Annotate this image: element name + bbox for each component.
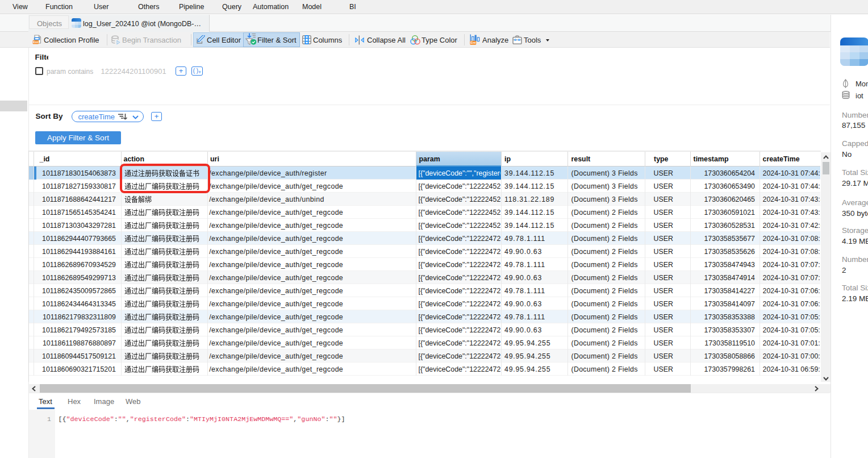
svg-text:Ent: Ent: [470, 41, 475, 44]
svg-text:Ent: Ent: [33, 40, 38, 44]
